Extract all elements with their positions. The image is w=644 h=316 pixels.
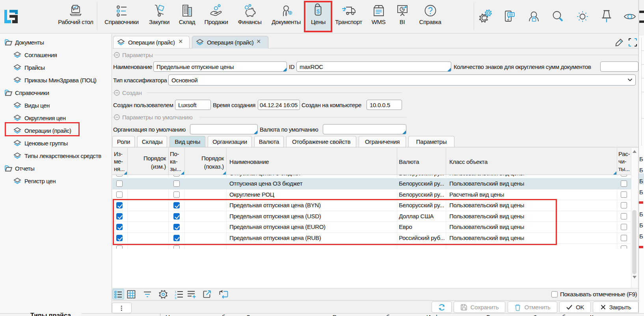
- svg-text:3: 3: [175, 296, 176, 299]
